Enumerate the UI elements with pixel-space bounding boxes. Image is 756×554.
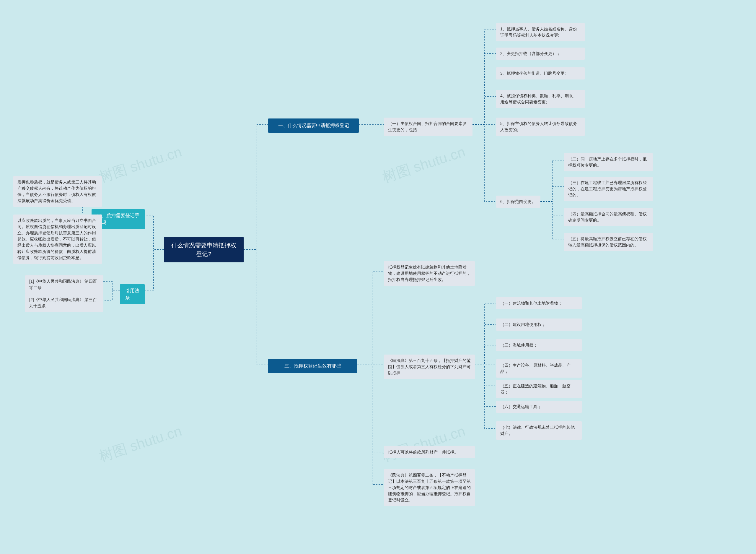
b3-list-2-text: （二）建设用地使用权； (500, 322, 546, 328)
watermark: 树图 shutu.cn (380, 422, 467, 466)
watermark: 树图 shutu.cn (97, 143, 184, 187)
b3-item-4-text: 《民法典》第四百零二条，【不动产抵押登记】以本法第三百九十五条第一款第一项至第三… (388, 472, 471, 503)
branch-1[interactable]: 一、什么情况需要申请抵押权登记 (268, 118, 359, 133)
b3-item-4[interactable]: 《民法典》第四百零二条，【不动产抵押登记】以本法第三百九十五条第一款第一项至第三… (384, 469, 475, 506)
b1-6-item-4-text: （五）将最高额抵押权设立前已存在的债权转入最高额抵押担保的债权范围内的。 (568, 236, 648, 248)
b1-item-2-text: 2、变更抵押物（含部分变更）； (500, 51, 561, 57)
b3-list-7-text: （七）法律、行政法规未禁止抵押的其他财产。 (500, 424, 578, 437)
b1-6-item-1-text: （二）同一房地产上存在多个抵押权时，抵押权顺位变更的。 (568, 156, 648, 168)
b3-item-3[interactable]: 抵押人可以将前款所列财产一并抵押。 (384, 446, 475, 458)
ref-item-1-text: [1]《中华人民共和国民法典》 第四百零二条 (29, 278, 99, 291)
ref-item-2-text: [2]《中华人民共和国民法典》 第三百九十五条 (29, 297, 99, 309)
branch-3-title: 三、抵押权登记生效有哪些 (285, 363, 341, 370)
b3-item-1[interactable]: 抵押权登记生效有以建筑物和其他土地附着物；建设用地使用权等的不动产进行抵押的，抵… (384, 261, 475, 286)
b3-list-3-text: （三）海域使用权； (500, 342, 538, 348)
branch-ref[interactable]: 引用法条 (120, 284, 145, 304)
b2-item-2-text: 以应收账款出质的，当事人应当订立书面合同。质权自信贷征信机构办理出质登记时设立。… (17, 217, 98, 261)
b1-item-4-text: 4、被担保债权种类、数额、利率、期限、用途等债权合同要素变更; (500, 93, 581, 105)
b2-item-1-text: 质押也称质权，就是债务人或第三人将其动产移交债权人占有，将该动产作为债权的担保，… (17, 179, 98, 204)
b1-item-5-text: 5、担保主债权的债务人转让债务导致债务人改变的; (500, 120, 581, 133)
b3-item-2-text: 《民法典》第三百九十五条，【抵押财产的范围】债务人或者第三人有权处分的下列财产可… (388, 357, 471, 376)
b3-list-5[interactable]: （五）正在建造的建筑物、船舶、航空器； (496, 380, 582, 398)
b1-item-2[interactable]: 2、变更抵押物（含部分变更）； (496, 48, 585, 60)
branch-1-title: 一、什么情况需要申请抵押权登记 (278, 122, 349, 129)
b2-item-1[interactable]: 质押也称质权，就是债务人或第三人将其动产移交债权人占有，将该动产作为债权的担保，… (13, 176, 102, 207)
ref-item-2[interactable]: [2]《中华人民共和国民法典》 第三百九十五条 (25, 294, 103, 312)
ref-item-1[interactable]: [1]《中华人民共和国民法典》 第四百零二条 (25, 275, 103, 294)
b1-item-1-text: 1、抵押当事人、债务人姓名或名称、身份证明号码等权利人基本状况变更; (500, 26, 581, 39)
b3-list-6-text: （六）交通运输工具； (500, 404, 542, 410)
branch-1-sub[interactable]: （一）主债权合同、抵押合同的合同要素发生变更的，包括： (384, 118, 472, 136)
b1-6-item-2[interactable]: （三）在建工程竣工并已办理房屋所有权登记的，在建工程抵押变更为房地产抵押权登记的… (564, 177, 653, 201)
b1-6-item-1[interactable]: （二）同一房地产上存在多个抵押权时，抵押权顺位变更的。 (564, 153, 653, 171)
b2-item-2[interactable]: 以应收账款出质的，当事人应当订立书面合同。质权自信贷征信机构办理出质登记时设立。… (13, 215, 102, 264)
b3-item-1-text: 抵押权登记生效有以建筑物和其他土地附着物；建设用地使用权等的不动产进行抵押的，抵… (388, 264, 471, 283)
root-title: 什么情况需要申请抵押权登记? (170, 241, 238, 259)
watermark: 树图 shutu.cn (97, 422, 184, 466)
b3-list-4-text: （四）生产设备、原材料、半成品、产品； (500, 362, 578, 375)
branch-1-sub-text: （一）主债权合同、抵押合同的合同要素发生变更的，包括： (388, 120, 468, 133)
branch-3[interactable]: 三、抵押权登记生效有哪些 (268, 359, 357, 373)
b3-list-3[interactable]: （三）海域使用权； (496, 339, 582, 351)
b3-list-1-text: （一）建筑物和其他土地附着物； (500, 300, 562, 307)
b3-list-4[interactable]: （四）生产设备、原材料、半成品、产品； (496, 359, 582, 378)
b1-6-item-3[interactable]: （四）最高额抵押合同的最高债权额、债权确定期间变更的。 (564, 208, 653, 226)
b1-item-3-text: 3、抵押物坐落的街道、门牌号变更; (500, 70, 566, 76)
b3-list-5-text: （五）正在建造的建筑物、船舶、航空器； (500, 383, 578, 395)
b1-item-4[interactable]: 4、被担保债权种类、数额、利率、期限、用途等债权合同要素变更; (496, 90, 585, 108)
branch-2-title: 二、质押需要登记手续吗 (97, 212, 139, 226)
connector-lines (0, 0, 756, 554)
b1-6-item-4[interactable]: （五）将最高额抵押权设立前已存在的债权转入最高额抵押担保的债权范围内的。 (564, 233, 653, 251)
b1-item-3[interactable]: 3、抵押物坐落的街道、门牌号变更; (496, 67, 585, 79)
b3-list-1[interactable]: （一）建筑物和其他土地附着物； (496, 297, 582, 309)
b1-item-5[interactable]: 5、担保主债权的债务人转让债务导致债务人改变的; (496, 118, 585, 136)
b1-item-6-text: 6、担保范围变更。 (500, 199, 536, 205)
branch-ref-title: 引用法条 (125, 287, 139, 301)
watermark: 树图 shutu.cn (380, 143, 467, 187)
b1-item-1[interactable]: 1、抵押当事人、债务人姓名或名称、身份证明号码等权利人基本状况变更; (496, 23, 585, 41)
b3-list-7[interactable]: （七）法律、行政法规未禁止抵押的其他财产。 (496, 421, 582, 440)
b3-list-6[interactable]: （六）交通运输工具； (496, 401, 582, 413)
b1-6-item-3-text: （四）最高额抵押合同的最高债权额、债权确定期间变更的。 (568, 211, 648, 223)
b1-item-6[interactable]: 6、担保范围变更。 (496, 196, 541, 208)
b1-6-item-2-text: （三）在建工程竣工并已办理房屋所有权登记的，在建工程抵押变更为房地产抵押权登记的… (568, 180, 648, 198)
b3-list-2[interactable]: （二）建设用地使用权； (496, 319, 582, 331)
b3-item-2[interactable]: 《民法典》第三百九十五条，【抵押财产的范围】债务人或者第三人有权处分的下列财产可… (384, 354, 475, 379)
b3-item-3-text: 抵押人可以将前款所列财产一并抵押。 (388, 449, 458, 455)
mindmap-root[interactable]: 什么情况需要申请抵押权登记? (164, 237, 244, 262)
